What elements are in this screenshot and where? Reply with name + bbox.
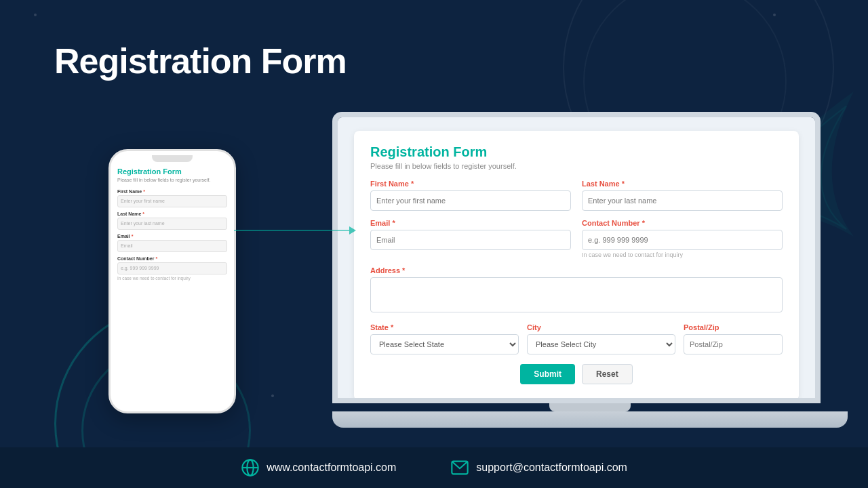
email-label: Email * [370, 219, 571, 227]
footer-email: support@contactformtoapi.com [450, 458, 627, 477]
city-select[interactable]: Please Select City [527, 334, 675, 354]
form-card: Registration Form Please fill in below f… [354, 131, 799, 401]
connector-arrow [234, 217, 370, 244]
email-icon [450, 458, 469, 477]
phone-inner: Registration Form Please fill in below f… [111, 162, 234, 286]
first-name-label: First Name * [370, 180, 571, 188]
laptop-hinge-notch [549, 403, 631, 411]
page-header: Registration Form [54, 41, 347, 81]
city-label: City [527, 323, 675, 331]
phone-contact-label: Contact Number * [117, 256, 227, 261]
postal-input[interactable] [684, 334, 783, 354]
form-group-last-name: Last Name * [582, 180, 783, 211]
footer-website-text: www.contactformtoapi.com [267, 462, 396, 474]
phone-contact-input[interactable]: e.g. 999 999 9999 [117, 262, 227, 274]
reset-button[interactable]: Reset [582, 364, 633, 384]
contact-helper: In case we need to contact for inquiry [582, 251, 783, 258]
laptop-form-title: Registration Form [370, 144, 783, 160]
dot-grid-top-right: for(let i=0;i<48;i++) document.currentSc… [773, 14, 861, 77]
footer: www.contactformtoapi.com support@contact… [0, 447, 868, 488]
phone-first-name-label: First Name * [117, 189, 227, 194]
phone-first-name-input[interactable]: Enter your first name [117, 195, 227, 207]
form-group-first-name: First Name * [370, 180, 571, 211]
laptop-form-subtitle: Please fill in below fields to register … [370, 162, 783, 170]
phone-email-input[interactable]: Email [117, 240, 227, 252]
footer-website: www.contactformtoapi.com [241, 458, 396, 477]
laptop-base-wrapper [332, 411, 848, 428]
postal-label: Postal/Zip [684, 323, 783, 331]
page-title: Registration Form [54, 41, 347, 81]
form-group-city: City Please Select City [527, 323, 675, 354]
phone-notch [152, 155, 193, 162]
laptop-form-container: Registration Form Please fill in below f… [338, 117, 815, 398]
state-select[interactable]: Please Select State [370, 334, 519, 354]
phone-mockup: Registration Form Please fill in below f… [108, 149, 236, 413]
form-actions: Submit Reset [370, 364, 783, 384]
form-group-address: Address * [370, 266, 783, 315]
phone-form-title: Registration Form [117, 167, 227, 176]
state-label: State * [370, 323, 519, 331]
form-row-email-contact: Email * Contact Number * In case we need… [370, 219, 783, 258]
last-name-input[interactable] [582, 190, 783, 211]
contact-label: Contact Number * [582, 219, 783, 227]
contact-input[interactable] [582, 230, 783, 250]
laptop-screen: Registration Form Please fill in below f… [332, 112, 821, 403]
form-group-postal: Postal/Zip [684, 323, 783, 354]
phone-email-label: Email * [117, 234, 227, 239]
form-group-state: State * Please Select State [370, 323, 519, 354]
address-textarea[interactable] [370, 277, 783, 312]
form-group-email: Email * [370, 219, 571, 258]
phone-form-subtitle: Please fill in below fields to register … [117, 177, 227, 184]
phone-contact-helper: In case we need to contact for inquiry [117, 276, 227, 281]
form-row-location: State * Please Select State City Please … [370, 323, 783, 354]
first-name-input[interactable] [370, 190, 571, 211]
phone-last-name-input[interactable]: Enter your last name [117, 218, 227, 230]
laptop-base [332, 411, 848, 428]
address-label: Address * [370, 266, 783, 274]
last-name-label: Last Name * [582, 180, 783, 188]
email-input[interactable] [370, 230, 571, 250]
form-row-name: First Name * Last Name * [370, 180, 783, 211]
footer-email-text: support@contactformtoapi.com [476, 462, 627, 474]
svg-marker-1 [349, 226, 356, 235]
laptop-mockup: Registration Form Please fill in below f… [332, 112, 848, 444]
phone-last-name-label: Last Name * [117, 211, 227, 216]
form-group-contact: Contact Number * In case we need to cont… [582, 219, 783, 258]
submit-button[interactable]: Submit [520, 364, 575, 384]
globe-icon [241, 458, 260, 477]
